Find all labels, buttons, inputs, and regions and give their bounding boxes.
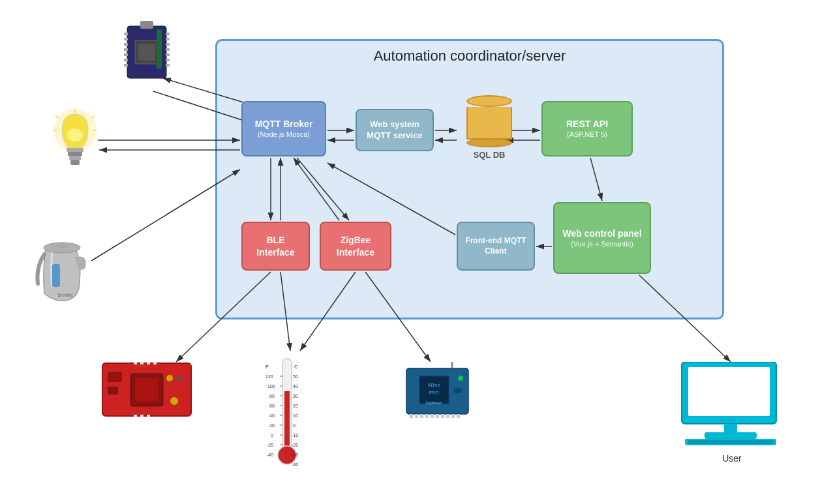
svg-text:-20: -20 <box>292 443 298 447</box>
ble-interface-box: BLE Interface <box>241 222 310 271</box>
svg-text:PRO: PRO <box>429 391 439 395</box>
web-control-box: Web control panel (Vue.js + Semantic) <box>553 202 651 274</box>
svg-rect-116 <box>420 414 423 418</box>
web-mqtt-box: Web system MQTT service <box>356 109 434 151</box>
sql-db-cylinder <box>466 95 512 147</box>
svg-rect-37 <box>166 33 170 35</box>
svg-text:F: F <box>266 364 269 370</box>
svg-rect-36 <box>124 64 128 67</box>
svg-rect-70 <box>147 415 150 417</box>
svg-text:0: 0 <box>271 433 273 437</box>
svg-rect-48 <box>69 156 81 160</box>
svg-rect-43 <box>166 64 170 67</box>
svg-rect-132 <box>688 440 773 444</box>
svg-rect-118 <box>431 414 434 418</box>
svg-rect-49 <box>70 160 80 165</box>
svg-point-45 <box>67 128 83 141</box>
svg-text:-30: -30 <box>292 452 298 457</box>
svg-text:40: 40 <box>293 384 298 389</box>
svg-text:20: 20 <box>269 423 275 428</box>
svg-rect-55 <box>52 264 60 287</box>
kettle-device: Breville <box>33 235 91 306</box>
light-bulb-device <box>52 108 98 166</box>
svg-text:100: 100 <box>267 384 275 389</box>
svg-rect-130 <box>705 432 757 439</box>
svg-rect-68 <box>134 415 137 417</box>
svg-rect-122 <box>451 414 455 418</box>
svg-rect-129 <box>724 424 737 434</box>
svg-text:-40: -40 <box>292 462 298 467</box>
svg-text:80: 80 <box>269 394 275 398</box>
svg-rect-47 <box>68 152 82 156</box>
svg-text:C: C <box>294 364 298 370</box>
svg-point-125 <box>458 376 463 381</box>
particle-board-device <box>121 20 173 85</box>
ble-interface-label: BLE Interface <box>248 234 303 258</box>
svg-rect-40 <box>166 48 170 51</box>
svg-rect-38 <box>166 38 170 40</box>
svg-rect-61 <box>135 378 159 402</box>
web-control-sublabel: (Vue.js + Semantic) <box>571 239 633 248</box>
sql-db-container: SQL DB <box>460 98 519 156</box>
rest-api-label: REST API <box>566 118 608 130</box>
cylinder-bottom <box>466 138 512 147</box>
server-title: Automation coordinator/server <box>217 41 722 65</box>
svg-point-71 <box>166 375 173 381</box>
rest-api-box: REST API (ASP.NET 5) <box>541 101 633 156</box>
svg-rect-120 <box>441 414 444 418</box>
user-label: User <box>706 453 758 464</box>
cylinder-top <box>466 95 512 107</box>
svg-text:XBee: XBee <box>427 382 440 388</box>
svg-rect-46 <box>67 148 84 152</box>
svg-rect-62 <box>108 372 122 382</box>
svg-rect-34 <box>124 53 128 56</box>
svg-rect-121 <box>446 414 449 418</box>
cylinder-body <box>466 107 512 140</box>
svg-point-57 <box>55 243 68 248</box>
svg-rect-69 <box>140 415 144 417</box>
svg-rect-33 <box>124 48 128 51</box>
svg-rect-67 <box>153 362 157 364</box>
svg-rect-31 <box>124 38 128 40</box>
svg-text:30: 30 <box>293 394 298 398</box>
frontend-mqtt-box: Front-end MQTT Client <box>457 222 535 271</box>
web-control-label: Web control panel <box>562 228 641 239</box>
svg-rect-111 <box>419 376 449 404</box>
svg-text:20: 20 <box>293 404 298 408</box>
svg-rect-32 <box>124 43 128 46</box>
svg-rect-126 <box>454 388 462 393</box>
svg-text:-20: -20 <box>267 443 273 447</box>
server-box: Automation coordinator/server <box>215 39 724 319</box>
svg-rect-65 <box>140 362 144 364</box>
red-board-device <box>101 362 192 417</box>
frontend-mqtt-label: Front-end MQTT Client <box>463 236 528 256</box>
svg-rect-29 <box>157 29 162 68</box>
zigbee-interface-label: ZigBee Interface <box>326 234 385 258</box>
sql-db-label: SQL DB <box>474 150 506 160</box>
svg-rect-39 <box>166 43 170 46</box>
svg-rect-64 <box>134 362 137 364</box>
svg-text:120: 120 <box>266 374 273 379</box>
svg-text:50: 50 <box>293 374 298 379</box>
svg-rect-28 <box>138 44 155 61</box>
svg-rect-63 <box>108 387 118 394</box>
mqtt-broker-sublabel: (Node.js Mosca) <box>258 130 310 139</box>
mqtt-broker-box: MQTT Broker (Node.js Mosca) <box>241 101 326 156</box>
svg-text:-10: -10 <box>292 433 298 437</box>
svg-rect-114 <box>410 414 413 418</box>
mqtt-broker-label: MQTT Broker <box>255 118 313 130</box>
svg-rect-128 <box>688 367 770 416</box>
thermometer-device: F 120 100 80 60 40 20 0 -20 -40 C 50 40 … <box>264 352 310 473</box>
svg-rect-30 <box>124 33 128 35</box>
svg-rect-66 <box>147 362 150 364</box>
svg-text:40: 40 <box>269 413 275 418</box>
svg-point-73 <box>170 397 178 405</box>
xbee-device: XBee PRO DigiMesh <box>403 362 481 427</box>
svg-rect-123 <box>457 414 460 418</box>
svg-text:60: 60 <box>269 404 275 408</box>
svg-point-72 <box>177 376 182 381</box>
web-mqtt-label: Web system MQTT service <box>362 119 427 141</box>
svg-rect-35 <box>124 59 128 61</box>
svg-rect-41 <box>166 53 170 56</box>
svg-text:DigiMesh: DigiMesh <box>425 401 442 405</box>
